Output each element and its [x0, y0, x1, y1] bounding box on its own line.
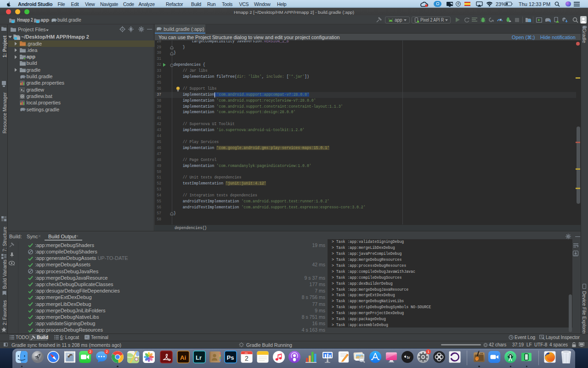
- svg-text:tv: tv: [407, 355, 410, 360]
- svg-text:JUL: JUL: [244, 352, 248, 354]
- svg-text:2: 2: [245, 355, 249, 362]
- svg-text:Ai: Ai: [180, 354, 186, 361]
- svg-text:Lr: Lr: [196, 354, 202, 361]
- svg-text:Ps: Ps: [227, 354, 234, 361]
